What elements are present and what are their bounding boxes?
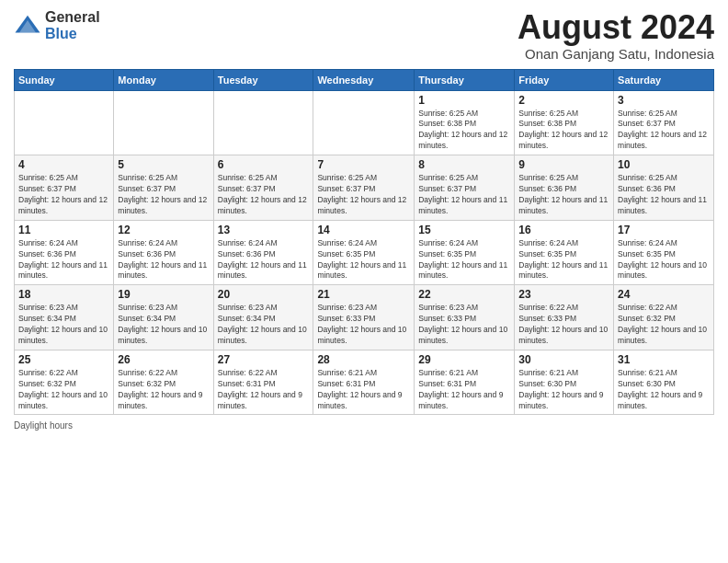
calendar-cell: 26Sunrise: 6:22 AM Sunset: 6:32 PM Dayli… [114,350,213,415]
day-number: 22 [418,288,510,301]
day-info: Sunrise: 6:24 AM Sunset: 6:35 PM Dayligh… [317,238,410,282]
day-number: 25 [18,353,109,366]
calendar-cell: 16Sunrise: 6:24 AM Sunset: 6:35 PM Dayli… [515,220,614,285]
day-info: Sunrise: 6:25 AM Sunset: 6:37 PM Dayligh… [18,173,109,217]
day-number: 17 [618,224,710,236]
day-info: Sunrise: 6:21 AM Sunset: 6:30 PM Dayligh… [618,368,710,412]
calendar-body: 1Sunrise: 6:25 AM Sunset: 6:38 PM Daylig… [15,90,714,415]
day-number: 1 [418,94,510,107]
header: General Blue August 2024 Onan Ganjang Sa… [14,9,714,62]
calendar-cell: 19Sunrise: 6:23 AM Sunset: 6:34 PM Dayli… [114,285,213,350]
calendar-cell: 14Sunrise: 6:24 AM Sunset: 6:35 PM Dayli… [313,220,415,285]
day-number: 18 [18,288,109,301]
calendar-cell: 17Sunrise: 6:24 AM Sunset: 6:35 PM Dayli… [614,220,714,285]
day-number: 10 [618,158,710,171]
logo-text: General Blue [45,9,100,41]
title-block: August 2024 Onan Ganjang Satu, Indonesia [518,9,714,62]
day-info: Sunrise: 6:21 AM Sunset: 6:30 PM Dayligh… [518,368,609,412]
day-number: 13 [218,224,310,236]
day-number: 21 [317,288,410,301]
subtitle: Onan Ganjang Satu, Indonesia [518,46,714,62]
day-info: Sunrise: 6:22 AM Sunset: 6:33 PM Dayligh… [518,303,609,347]
day-info: Sunrise: 6:25 AM Sunset: 6:37 PM Dayligh… [317,173,410,217]
day-info: Sunrise: 6:22 AM Sunset: 6:32 PM Dayligh… [618,303,710,347]
day-number: 9 [518,158,609,171]
daylight-label: Daylight hours [14,420,73,431]
logo-blue: Blue [45,26,100,42]
day-info: Sunrise: 6:23 AM Sunset: 6:34 PM Dayligh… [218,303,310,347]
calendar-cell: 21Sunrise: 6:23 AM Sunset: 6:33 PM Dayli… [313,285,415,350]
calendar-cell [213,90,313,155]
day-number: 5 [118,158,209,171]
day-info: Sunrise: 6:23 AM Sunset: 6:34 PM Dayligh… [118,303,209,347]
calendar-cell: 13Sunrise: 6:24 AM Sunset: 6:36 PM Dayli… [213,220,313,285]
calendar-cell: 24Sunrise: 6:22 AM Sunset: 6:32 PM Dayli… [614,285,714,350]
day-info: Sunrise: 6:24 AM Sunset: 6:35 PM Dayligh… [518,238,609,282]
main-title: August 2024 [518,9,714,46]
header-day-saturday: Saturday [614,69,714,90]
calendar-cell: 18Sunrise: 6:23 AM Sunset: 6:34 PM Dayli… [15,285,114,350]
logo-icon [14,12,41,40]
day-number: 15 [418,224,510,236]
day-info: Sunrise: 6:21 AM Sunset: 6:31 PM Dayligh… [418,368,510,412]
calendar-cell: 27Sunrise: 6:22 AM Sunset: 6:31 PM Dayli… [213,350,313,415]
calendar-cell: 5Sunrise: 6:25 AM Sunset: 6:37 PM Daylig… [114,155,213,221]
day-info: Sunrise: 6:25 AM Sunset: 6:38 PM Dayligh… [518,109,609,153]
calendar-cell: 7Sunrise: 6:25 AM Sunset: 6:37 PM Daylig… [313,155,415,221]
page: General Blue August 2024 Onan Ganjang Sa… [0,0,728,563]
calendar-cell: 1Sunrise: 6:25 AM Sunset: 6:38 PM Daylig… [415,90,515,155]
header-day-monday: Monday [114,69,213,90]
day-number: 3 [618,94,710,107]
day-info: Sunrise: 6:25 AM Sunset: 6:36 PM Dayligh… [618,173,710,217]
week-row-2: 11Sunrise: 6:24 AM Sunset: 6:36 PM Dayli… [15,220,714,285]
day-info: Sunrise: 6:25 AM Sunset: 6:37 PM Dayligh… [618,109,710,153]
day-number: 19 [118,288,209,301]
day-info: Sunrise: 6:25 AM Sunset: 6:36 PM Dayligh… [518,173,609,217]
day-info: Sunrise: 6:25 AM Sunset: 6:37 PM Dayligh… [418,173,510,217]
calendar-cell [114,90,213,155]
day-info: Sunrise: 6:24 AM Sunset: 6:35 PM Dayligh… [418,238,510,282]
calendar-cell [15,90,114,155]
day-info: Sunrise: 6:25 AM Sunset: 6:37 PM Dayligh… [118,173,209,217]
calendar-cell: 8Sunrise: 6:25 AM Sunset: 6:37 PM Daylig… [415,155,515,221]
calendar-cell: 29Sunrise: 6:21 AM Sunset: 6:31 PM Dayli… [415,350,515,415]
calendar-cell: 6Sunrise: 6:25 AM Sunset: 6:37 PM Daylig… [213,155,313,221]
header-day-sunday: Sunday [15,69,114,90]
day-number: 8 [418,158,510,171]
day-info: Sunrise: 6:24 AM Sunset: 6:35 PM Dayligh… [618,238,710,282]
week-row-1: 4Sunrise: 6:25 AM Sunset: 6:37 PM Daylig… [15,155,714,221]
calendar-cell: 4Sunrise: 6:25 AM Sunset: 6:37 PM Daylig… [15,155,114,221]
day-info: Sunrise: 6:24 AM Sunset: 6:36 PM Dayligh… [218,238,310,282]
week-row-3: 18Sunrise: 6:23 AM Sunset: 6:34 PM Dayli… [15,285,714,350]
day-number: 7 [317,158,410,171]
calendar-cell: 31Sunrise: 6:21 AM Sunset: 6:30 PM Dayli… [614,350,714,415]
calendar-header: SundayMondayTuesdayWednesdayThursdayFrid… [15,69,714,90]
day-number: 31 [618,353,710,366]
calendar-cell: 10Sunrise: 6:25 AM Sunset: 6:36 PM Dayli… [614,155,714,221]
calendar-cell: 28Sunrise: 6:21 AM Sunset: 6:31 PM Dayli… [313,350,415,415]
calendar-cell [313,90,415,155]
day-info: Sunrise: 6:22 AM Sunset: 6:31 PM Dayligh… [218,368,310,412]
day-number: 11 [18,224,109,236]
day-info: Sunrise: 6:21 AM Sunset: 6:31 PM Dayligh… [317,368,410,412]
day-number: 30 [518,353,609,366]
day-number: 29 [418,353,510,366]
calendar-cell: 20Sunrise: 6:23 AM Sunset: 6:34 PM Dayli… [213,285,313,350]
week-row-0: 1Sunrise: 6:25 AM Sunset: 6:38 PM Daylig… [15,90,714,155]
calendar-cell: 30Sunrise: 6:21 AM Sunset: 6:30 PM Dayli… [515,350,614,415]
header-row: SundayMondayTuesdayWednesdayThursdayFrid… [15,69,714,90]
day-info: Sunrise: 6:25 AM Sunset: 6:37 PM Dayligh… [218,173,310,217]
logo-general: General [45,9,100,26]
day-info: Sunrise: 6:23 AM Sunset: 6:34 PM Dayligh… [18,303,109,347]
day-number: 14 [317,224,410,236]
day-info: Sunrise: 6:25 AM Sunset: 6:38 PM Dayligh… [418,109,510,153]
day-number: 12 [118,224,209,236]
week-row-4: 25Sunrise: 6:22 AM Sunset: 6:32 PM Dayli… [15,350,714,415]
calendar-cell: 15Sunrise: 6:24 AM Sunset: 6:35 PM Dayli… [415,220,515,285]
calendar-cell: 22Sunrise: 6:23 AM Sunset: 6:33 PM Dayli… [415,285,515,350]
day-number: 6 [218,158,310,171]
day-info: Sunrise: 6:22 AM Sunset: 6:32 PM Dayligh… [118,368,209,412]
header-day-thursday: Thursday [415,69,515,90]
header-day-wednesday: Wednesday [313,69,415,90]
header-day-friday: Friday [515,69,614,90]
